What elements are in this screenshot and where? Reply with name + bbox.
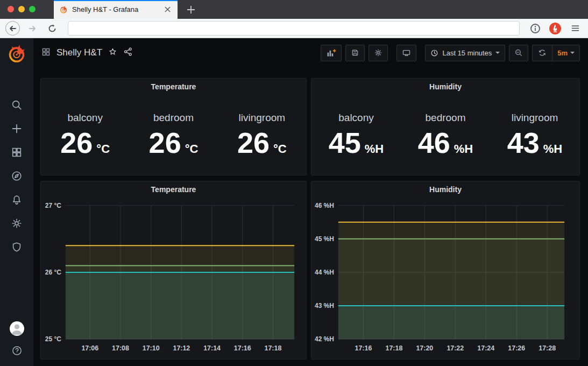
- share-dashboard-icon[interactable]: [123, 47, 133, 59]
- save-dashboard-button[interactable]: [345, 45, 365, 61]
- clock-icon: [430, 49, 438, 57]
- panel-title[interactable]: Humidity: [311, 82, 579, 91]
- dashboard-grid-icon[interactable]: [41, 47, 51, 59]
- close-window-button[interactable]: [8, 6, 14, 12]
- svg-text:17:18: 17:18: [386, 344, 403, 352]
- stat-label: bedroom: [129, 112, 217, 124]
- grafana-sidebar: [0, 38, 33, 366]
- svg-text:17:10: 17:10: [143, 344, 160, 352]
- dashboard-grid: Temperature balcony26°Cbedroom26°Cliving…: [33, 67, 588, 366]
- dashboard-title[interactable]: Shelly H&T: [56, 47, 102, 58]
- stat-value: 43%H: [490, 128, 579, 157]
- search-icon[interactable]: [5, 93, 29, 117]
- stat-value: 26°C: [129, 128, 217, 157]
- explore-compass-icon[interactable]: [5, 164, 29, 188]
- reload-icon[interactable]: [45, 21, 60, 36]
- help-question-icon[interactable]: [11, 345, 23, 358]
- tab-close-icon[interactable]: [162, 5, 172, 15]
- stat-values-row: balcony26°Cbedroom26°Clivingroom26°C: [41, 97, 306, 172]
- svg-text:17:16: 17:16: [355, 344, 372, 352]
- new-tab-button[interactable]: [181, 0, 201, 19]
- configuration-gear-icon[interactable]: [5, 212, 29, 235]
- browser-titlebar: Shelly H&T - Grafana: [0, 0, 588, 19]
- browser-toolbar: [0, 19, 588, 38]
- stat-livingroom: livingroom26°C: [218, 112, 306, 157]
- zoom-window-button[interactable]: [29, 6, 36, 12]
- refresh-interval-dropdown[interactable]: 5m: [552, 45, 579, 61]
- stat-label: balcony: [311, 112, 401, 124]
- svg-text:26 °C: 26 °C: [45, 269, 61, 276]
- temperature-graph[interactable]: 27 °C26 °C25 °C17:0617:0817:1017:1217:14…: [41, 181, 306, 359]
- graph-panel-humidity: Humidity 46 %H45 %H44 %H43 %H42 %H17:161…: [311, 181, 580, 360]
- svg-text:17:20: 17:20: [416, 344, 433, 352]
- svg-text:17:16: 17:16: [234, 344, 251, 352]
- stat-values-row: balcony45%Hbedroom46%Hlivingroom43%H: [311, 97, 579, 172]
- stat-panel-humidity: Humidity balcony45%Hbedroom46%Hlivingroo…: [311, 78, 580, 175]
- stat-panel-temperature: Temperature balcony26°Cbedroom26°Cliving…: [40, 78, 307, 175]
- zoom-out-time-button[interactable]: [509, 45, 528, 61]
- cycle-view-mode-button[interactable]: [396, 45, 416, 61]
- stat-balcony: balcony45%H: [311, 112, 401, 157]
- svg-text:17:28: 17:28: [539, 344, 556, 352]
- dashboards-icon[interactable]: [5, 140, 29, 164]
- forward-icon[interactable]: [25, 21, 40, 36]
- star-dashboard-icon[interactable]: [108, 47, 117, 59]
- info-icon[interactable]: [528, 21, 543, 36]
- stat-balcony: balcony26°C: [41, 112, 129, 157]
- menu-hamburger-icon[interactable]: [568, 21, 583, 36]
- panel-title[interactable]: Temperature: [41, 82, 306, 91]
- svg-text:17:24: 17:24: [477, 344, 494, 352]
- stat-label: bedroom: [401, 112, 490, 124]
- create-plus-icon[interactable]: [5, 117, 29, 140]
- stat-value: 45%H: [311, 128, 401, 157]
- user-avatar[interactable]: [10, 321, 24, 336]
- stat-bedroom: bedroom46%H: [401, 112, 490, 157]
- refresh-icon[interactable]: [533, 45, 552, 61]
- minimize-window-button[interactable]: [18, 6, 25, 12]
- time-range-picker[interactable]: Last 15 minutes: [425, 45, 505, 61]
- window-controls: [8, 6, 36, 12]
- svg-text:17:06: 17:06: [81, 344, 98, 352]
- svg-text:45 %H: 45 %H: [315, 235, 334, 243]
- dashboard-settings-button[interactable]: [369, 45, 388, 61]
- stat-value: 46%H: [401, 128, 490, 157]
- browser-tab[interactable]: Shelly H&T - Grafana: [54, 0, 178, 19]
- stat-bedroom: bedroom26°C: [129, 112, 217, 157]
- svg-text:43 %H: 43 %H: [315, 302, 334, 309]
- svg-text:17:26: 17:26: [508, 344, 525, 352]
- time-range-label: Last 15 minutes: [442, 49, 492, 57]
- svg-text:17:18: 17:18: [265, 344, 282, 352]
- prometheus-extension-icon[interactable]: [548, 21, 563, 36]
- server-admin-shield-icon[interactable]: [5, 235, 29, 259]
- svg-text:17:14: 17:14: [203, 344, 221, 352]
- dashboard-navbar: Shelly H&T: [33, 38, 588, 67]
- humidity-graph[interactable]: 46 %H45 %H44 %H43 %H42 %H17:1617:1817:20…: [311, 181, 579, 359]
- tab-title: Shelly H&T - Grafana: [72, 5, 158, 13]
- stat-label: livingroom: [490, 112, 579, 124]
- grafana-logo[interactable]: [6, 44, 27, 64]
- refresh-interval-label: 5m: [557, 49, 568, 57]
- stat-livingroom: livingroom43%H: [490, 112, 579, 157]
- chevron-down-icon: [495, 52, 500, 54]
- svg-text:27 °C: 27 °C: [45, 202, 61, 209]
- svg-text:44 %H: 44 %H: [315, 269, 334, 276]
- add-panel-button[interactable]: [321, 45, 342, 61]
- grafana-app: Shelly H&T: [0, 38, 588, 366]
- chevron-down-icon: [570, 52, 575, 54]
- stat-value: 26°C: [218, 128, 306, 157]
- stat-value: 26°C: [41, 128, 129, 157]
- stat-label: balcony: [41, 112, 129, 124]
- svg-text:42 %H: 42 %H: [315, 335, 334, 343]
- stat-label: livingroom: [218, 112, 306, 124]
- svg-text:25 °C: 25 °C: [45, 335, 61, 343]
- grafana-favicon: [59, 5, 68, 14]
- url-input[interactable]: [68, 21, 520, 36]
- svg-text:17:12: 17:12: [173, 344, 190, 352]
- svg-text:17:22: 17:22: [447, 344, 464, 352]
- svg-text:17:08: 17:08: [112, 344, 129, 352]
- alerting-bell-icon[interactable]: [5, 188, 29, 212]
- graph-panel-temperature: Temperature 27 °C26 °C25 °C17:0617:0817:…: [40, 181, 307, 360]
- refresh-controls: 5m: [532, 45, 580, 61]
- back-icon[interactable]: [5, 21, 20, 36]
- svg-text:46 %H: 46 %H: [315, 202, 334, 209]
